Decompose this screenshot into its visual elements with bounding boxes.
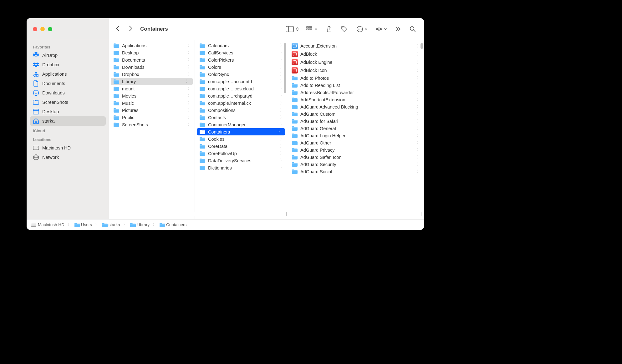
file-row[interactable]: ColorPickers〉 [195, 56, 287, 63]
sidebar-item-airdrop[interactable]: AirDrop [30, 51, 106, 60]
sidebar-item-downloads[interactable]: Downloads [30, 88, 106, 98]
file-label: Pictures [122, 108, 185, 113]
svg-rect-7 [308, 29, 310, 30]
minimize-button[interactable] [40, 27, 45, 31]
forward-button[interactable] [128, 25, 133, 33]
file-row[interactable]: Dropbox〉 [109, 71, 195, 78]
file-row[interactable]: Containers〉 [197, 128, 285, 135]
file-row[interactable]: Add to Photos〉 [287, 74, 424, 82]
file-row[interactable]: AdGuard General〉 [287, 125, 424, 132]
file-label: Dropbox [122, 72, 185, 77]
file-row[interactable]: Pictures〉 [109, 107, 195, 114]
file-row[interactable]: AccountExtension〉 [287, 42, 424, 50]
file-row[interactable]: Dictionaries〉 [195, 164, 287, 171]
folder-icon [113, 101, 120, 106]
file-row[interactable]: CallServices〉 [195, 49, 287, 56]
chevron-right-icon: 〉 [280, 108, 284, 113]
file-row[interactable]: AdGuard Other〉 [287, 139, 424, 146]
file-label: ScreenShots [122, 122, 185, 127]
file-row[interactable]: Movies〉 [109, 92, 195, 99]
sidebar-item-network[interactable]: Network [30, 153, 106, 162]
svg-point-13 [361, 28, 362, 29]
file-row[interactable]: AdGuard for Safari〉 [287, 118, 424, 125]
file-label: CoreData [208, 144, 278, 149]
scrollbar-thumb[interactable] [284, 43, 286, 93]
file-row[interactable]: Cookies〉 [195, 135, 287, 143]
file-row[interactable]: Public〉 [109, 114, 195, 121]
overflow-button[interactable] [396, 27, 401, 31]
view-columns-button[interactable] [286, 26, 299, 32]
file-row[interactable]: AdGuard Security〉 [287, 161, 424, 168]
zoom-button[interactable] [48, 27, 52, 31]
column-3[interactable]: AccountExtension〉AdBlock〉AdBlock Engine〉… [287, 40, 424, 219]
file-row[interactable]: CoreFollowUp〉 [195, 150, 287, 157]
file-row[interactable]: AdGuard Custom〉 [287, 110, 424, 118]
sidebar-item-screenshots[interactable]: ScreenShots [30, 98, 106, 107]
file-row[interactable]: CoreData〉 [195, 143, 287, 150]
file-row[interactable]: AdGuard Login Helper〉 [287, 132, 424, 139]
file-row[interactable]: com.apple…accountd〉 [195, 78, 287, 85]
file-row[interactable]: ContainerManager〉 [195, 121, 287, 128]
file-row[interactable]: Documents〉 [109, 56, 195, 63]
folder-icon [199, 144, 206, 149]
column-resize-handle[interactable] [285, 212, 287, 216]
file-row[interactable]: AdGuard Advanced Blocking〉 [287, 103, 424, 110]
preview-button[interactable] [375, 27, 387, 32]
file-row[interactable]: Add to Reading List〉 [287, 82, 424, 89]
file-row[interactable]: mount〉 [109, 85, 195, 92]
file-row[interactable]: AddressBookUrlForwarder〉 [287, 89, 424, 96]
chevron-right-icon: 〉 [417, 140, 421, 145]
group-button[interactable] [306, 26, 318, 32]
file-row[interactable]: Library〉 [111, 78, 193, 85]
file-row[interactable]: AdBlock Engine〉 [287, 58, 424, 66]
sidebar-item-documents[interactable]: Documents [30, 79, 106, 88]
file-row[interactable]: AdBlock〉 [287, 50, 424, 58]
file-row[interactable]: Applications〉 [109, 42, 195, 49]
path-segment[interactable]: Macintosh HD [31, 222, 64, 227]
search-button[interactable] [410, 26, 416, 32]
chevron-right-icon: 〉 [188, 72, 191, 77]
tag-button[interactable] [341, 26, 348, 33]
file-row[interactable]: Downloads〉 [109, 63, 195, 71]
file-row[interactable]: Music〉 [109, 99, 195, 107]
path-segment[interactable]: Users [74, 222, 92, 227]
file-row[interactable]: AdGuard Privacy〉 [287, 146, 424, 154]
column-1[interactable]: Applications〉Desktop〉Documents〉Downloads… [109, 40, 195, 219]
column-resize-handle[interactable] [419, 212, 422, 216]
back-button[interactable] [116, 25, 120, 33]
file-row[interactable]: Colors〉 [195, 63, 287, 71]
sidebar-item-dropbox[interactable]: Dropbox [30, 60, 106, 69]
file-row[interactable]: Desktop〉 [109, 49, 195, 56]
file-row[interactable]: com.apple.internal.ck〉 [195, 99, 287, 107]
file-row[interactable]: ScreenShots〉 [109, 121, 195, 128]
chevron-right-icon: 〉 [417, 90, 421, 95]
folder-icon [113, 43, 120, 48]
share-button[interactable] [326, 26, 332, 33]
file-row[interactable]: AddShortcutExtension〉 [287, 96, 424, 103]
close-button[interactable] [33, 27, 37, 31]
path-segment[interactable]: starka [102, 222, 120, 227]
path-segment[interactable]: Containers [159, 222, 186, 227]
file-row[interactable]: ColorSync〉 [195, 71, 287, 78]
sidebar-item-starka[interactable]: starka [30, 116, 106, 126]
sidebar-item-desktop[interactable]: Desktop [30, 107, 106, 116]
file-row[interactable]: AdGuard Safari Icon〉 [287, 154, 424, 161]
file-row[interactable]: Calendars〉 [195, 42, 287, 49]
column-2[interactable]: Calendars〉CallServices〉ColorPickers〉Colo… [195, 40, 287, 219]
file-row[interactable]: DataDeliveryServices〉 [195, 157, 287, 164]
chevron-right-icon: 〉 [280, 64, 284, 70]
folder-icon [199, 79, 206, 84]
path-segment[interactable]: Library [130, 222, 150, 227]
sidebar-item-label: ScreenShots [42, 100, 68, 105]
sidebar-item-applications[interactable]: Applications [30, 69, 106, 79]
file-row[interactable]: com.apple…rchpartyd〉 [195, 92, 287, 99]
file-row[interactable]: Compositions〉 [195, 107, 287, 114]
scrollbar-thumb[interactable] [421, 43, 423, 49]
file-row[interactable]: com.apple…ices.cloud〉 [195, 85, 287, 92]
file-row[interactable]: AdBlock Icon〉 [287, 66, 424, 74]
column-resize-handle[interactable] [193, 212, 195, 216]
file-row[interactable]: AdGuard Social〉 [287, 168, 424, 175]
more-button[interactable] [356, 26, 368, 33]
file-row[interactable]: Contacts〉 [195, 114, 287, 121]
sidebar-item-macintosh-hd[interactable]: Macintosh HD [30, 143, 106, 153]
